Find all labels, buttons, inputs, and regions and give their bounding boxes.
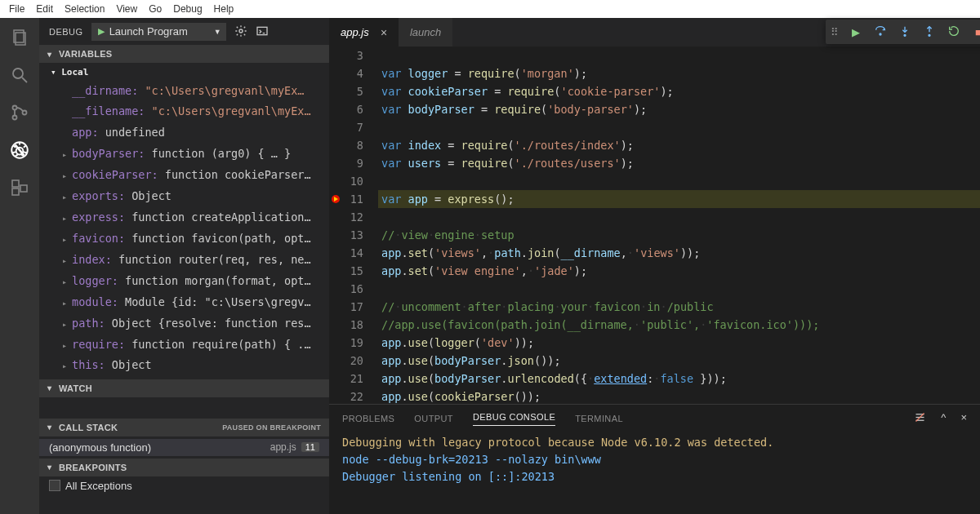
svg-point-2 (13, 69, 23, 78)
svg-point-18 (239, 29, 243, 33)
svg-line-11 (24, 146, 26, 148)
variable-row[interactable]: ▸logger: function morgan(format, opt… (39, 270, 329, 291)
variable-row[interactable]: __dirname: "c:\Users\gregvanl\myEx… (39, 80, 329, 101)
breakpoint-all-exceptions[interactable]: All Exceptions (49, 480, 319, 492)
callstack-frame[interactable]: (anonymous function) app.js 11 (39, 439, 329, 456)
tab-launch[interactable]: launch (399, 18, 452, 47)
debug-sidebar: DEBUG ▶ Launch Program ▼ ▾ VARIABLES ▾ (39, 18, 329, 514)
close-panel-icon[interactable]: × (960, 411, 967, 426)
callstack-header[interactable]: ▾ CALL STACK PAUSED ON BREAKPOINT (39, 419, 329, 436)
start-debug-icon[interactable]: ▶ (98, 26, 105, 37)
frame-file: app.js (270, 441, 296, 453)
menu-bar: File Edit Selection View Go Debug Help (0, 0, 980, 18)
menu-edit[interactable]: Edit (30, 3, 59, 15)
tab-appjs[interactable]: app.js × (329, 18, 399, 47)
panel-tab-problems[interactable]: PROBLEMS (342, 414, 394, 423)
restart-icon[interactable] (947, 24, 961, 40)
chevron-down-icon: ▾ (47, 463, 56, 472)
menu-file[interactable]: File (3, 3, 30, 15)
variable-row[interactable]: ▸module: Module {id: "c:\Users\gregv… (39, 291, 329, 312)
frame-name: (anonymous function) (49, 441, 151, 454)
svg-point-28 (929, 34, 930, 36)
step-out-icon[interactable] (922, 24, 937, 40)
scm-icon[interactable] (8, 101, 31, 124)
variables-header[interactable]: ▾ VARIABLES (39, 45, 329, 63)
panel-tab-terminal[interactable]: TERMINAL (575, 414, 623, 423)
panel-tab-output[interactable]: OUTPUT (414, 414, 453, 423)
menu-help[interactable]: Help (208, 3, 240, 15)
callstack-state: PAUSED ON BREAKPOINT (222, 423, 321, 432)
frame-line: 11 (301, 442, 319, 452)
local-scope-header[interactable]: ▾ Local (39, 64, 329, 80)
variable-row[interactable]: app: undefined (39, 122, 329, 144)
variable-row[interactable]: ▸favicon: function favicon(path, opt… (39, 228, 329, 249)
extensions-icon[interactable] (8, 176, 31, 199)
debug-title: DEBUG (49, 27, 83, 37)
console-line: node --debug-brk=20213 --nolazy bin\www (342, 451, 967, 468)
chevron-down-icon: ▾ (47, 423, 56, 432)
watch-header[interactable]: ▾ WATCH (39, 379, 329, 397)
variable-row[interactable]: ▸this: Object (39, 355, 329, 376)
svg-point-6 (23, 111, 27, 115)
svg-line-12 (12, 152, 16, 153)
console-line: Debugger listening on [::]:20213 (342, 468, 967, 485)
variable-row[interactable]: ▸require: function require(path) { .… (39, 334, 329, 355)
search-icon[interactable] (8, 64, 31, 86)
variables-body: ▾ Local __dirname: "c:\Users\gregvanl\my… (39, 63, 329, 379)
close-icon[interactable]: × (381, 26, 387, 39)
explorer-icon[interactable] (8, 26, 31, 49)
clear-console-icon[interactable] (914, 411, 926, 426)
breakpoints-header[interactable]: ▾ BREAKPOINTS (39, 459, 329, 476)
svg-point-26 (904, 34, 906, 36)
svg-rect-15 (12, 180, 19, 187)
chevron-down-icon: ▾ (47, 50, 56, 59)
menu-debug[interactable]: Debug (167, 3, 207, 15)
stop-icon[interactable]: ■ (971, 26, 980, 38)
variable-row[interactable]: ▸index: function router(req, res, ne… (39, 249, 329, 270)
line-gutter[interactable]: 345678910111213141516171819202122 (329, 47, 378, 404)
step-over-icon[interactable] (873, 24, 888, 40)
gear-icon[interactable] (234, 24, 247, 39)
svg-rect-19 (257, 27, 267, 34)
checkbox[interactable] (49, 480, 60, 491)
debug-action-bar[interactable]: ⠿ ▶ ■ (826, 20, 980, 44)
svg-line-13 (23, 152, 26, 153)
menu-go[interactable]: Go (143, 3, 167, 15)
console-line: Debugging with legacy protocol because N… (342, 434, 967, 451)
debug-config-select[interactable]: ▶ Launch Program ▼ (91, 23, 226, 41)
debug-icon[interactable] (8, 139, 31, 162)
panel-tab-debug-console[interactable]: DEBUG CONSOLE (473, 412, 555, 426)
menu-selection[interactable]: Selection (59, 3, 110, 15)
editor-area: app.js × launch ••• ⠿ ▶ ■ 3456789101112 (329, 18, 980, 514)
chevron-down-icon: ▾ (47, 383, 56, 392)
activity-bar (0, 18, 39, 514)
continue-icon[interactable]: ▶ (849, 26, 863, 38)
menu-view[interactable]: View (110, 3, 143, 15)
collapse-icon[interactable]: ^ (941, 411, 946, 426)
chevron-down-icon[interactable]: ▼ (214, 28, 221, 36)
grip-icon[interactable]: ⠿ (831, 26, 839, 38)
svg-point-24 (880, 33, 881, 35)
svg-line-3 (22, 78, 27, 82)
svg-rect-17 (20, 185, 27, 192)
variable-row[interactable]: __filename: "c:\Users\gregvanl\myEx… (39, 101, 329, 122)
chevron-down-icon: ▾ (51, 67, 56, 78)
variable-row[interactable]: ▸express: function createApplication… (39, 207, 329, 228)
debug-config-name: Launch Program (109, 25, 188, 38)
debug-console-icon[interactable] (256, 24, 269, 39)
variable-row[interactable]: ▸bodyParser: function (arg0) { … } (39, 144, 329, 165)
step-into-icon[interactable] (898, 24, 912, 40)
bottom-panel: PROBLEMS OUTPUT DEBUG CONSOLE TERMINAL ^… (329, 404, 980, 514)
svg-rect-16 (12, 188, 19, 195)
svg-point-5 (13, 116, 17, 120)
code-editor[interactable]: var logger = require('morgan');var cooki… (378, 47, 980, 404)
variable-row[interactable]: ▸exports: Object (39, 186, 329, 207)
variable-row[interactable]: ▸cookieParser: function cookieParser… (39, 165, 329, 186)
svg-point-4 (13, 106, 17, 110)
variable-row[interactable]: ▸path: Object {resolve: function res… (39, 312, 329, 334)
